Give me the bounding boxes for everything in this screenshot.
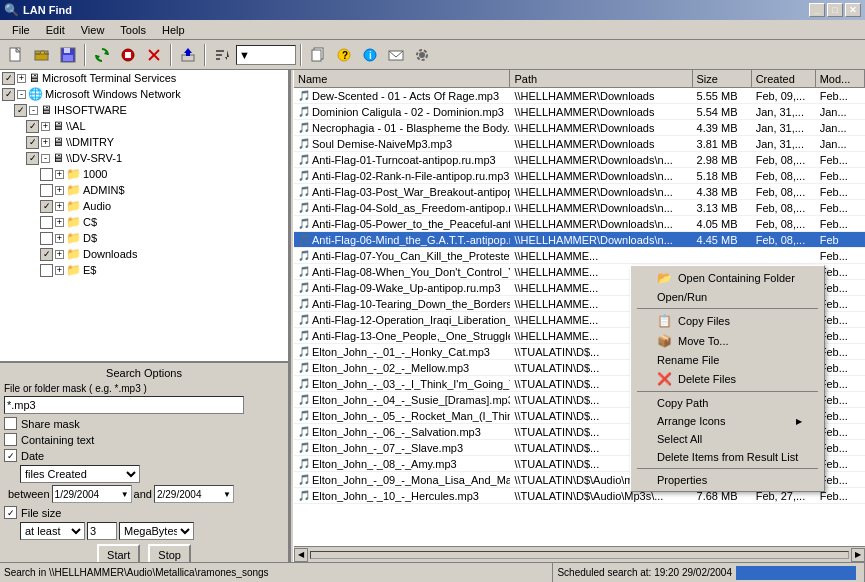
- tree-expand-ihs[interactable]: -: [29, 106, 38, 115]
- ctx-rename-file[interactable]: Rename File: [633, 351, 822, 369]
- menu-tools[interactable]: Tools: [112, 22, 154, 38]
- table-row[interactable]: 🎵Anti-Flag-05-Power_to_the_Peaceful-anti…: [294, 216, 865, 232]
- horizontal-scrollbar[interactable]: ◀ ▶: [294, 546, 865, 562]
- tree-check-1000[interactable]: [40, 168, 53, 181]
- tree-item-1000[interactable]: + 📁 1000: [0, 166, 288, 182]
- ctx-select-all[interactable]: Select All: [633, 430, 822, 448]
- ctx-copy-path[interactable]: Copy Path: [633, 394, 822, 412]
- tree-check-admins[interactable]: [40, 184, 53, 197]
- ctx-delete-files[interactable]: ❌ Delete Files: [633, 369, 822, 389]
- tree-item-ds[interactable]: + 📁 D$: [0, 230, 288, 246]
- file-mask-input[interactable]: [4, 396, 244, 414]
- tree-check-audio[interactable]: [40, 200, 53, 213]
- tree-item-dvsrv[interactable]: - 🖥 \\DV-SRV-1: [0, 150, 288, 166]
- toolbar-email[interactable]: [384, 43, 408, 67]
- tree-expand-es[interactable]: +: [55, 266, 64, 275]
- share-mask-checkbox[interactable]: [4, 417, 17, 430]
- tree-check-downloads[interactable]: [40, 248, 53, 261]
- tree-expand-mwn[interactable]: -: [17, 90, 26, 99]
- ctx-properties[interactable]: Properties: [633, 471, 822, 489]
- table-row[interactable]: 🎵Anti-Flag-03-Post_War_Breakout-antipop.…: [294, 184, 865, 200]
- tree-area[interactable]: + 🖥 Microsoft Terminal Services - 🌐 Micr…: [0, 70, 288, 362]
- date-to[interactable]: 2/29/2004▼: [154, 485, 234, 503]
- tree-expand-audio[interactable]: +: [55, 202, 64, 211]
- minimize-button[interactable]: _: [809, 3, 825, 17]
- tree-check-al[interactable]: [26, 120, 39, 133]
- date-type-select[interactable]: files Created files Modified: [20, 465, 140, 483]
- close-button[interactable]: ✕: [845, 3, 861, 17]
- filesize-qualifier-select[interactable]: at least at most exactly: [20, 522, 85, 540]
- col-modified[interactable]: Mod...: [816, 70, 865, 87]
- tree-item-dmitry[interactable]: + 🖥 \\DMITRY: [0, 134, 288, 150]
- menu-help[interactable]: Help: [154, 22, 193, 38]
- tree-expand-ds[interactable]: +: [55, 234, 64, 243]
- menu-view[interactable]: View: [73, 22, 113, 38]
- tree-check-ihs[interactable]: [14, 104, 27, 117]
- tree-check-mwn[interactable]: [2, 88, 15, 101]
- toolbar-stop[interactable]: [116, 43, 140, 67]
- tree-item-mwn[interactable]: - 🌐 Microsoft Windows Network: [0, 86, 288, 102]
- table-row[interactable]: 🎵Anti-Flag-04-Sold_as_Freedom-antipop.ru…: [294, 200, 865, 216]
- tree-expand-1000[interactable]: +: [55, 170, 64, 179]
- filesize-unit-select[interactable]: MegaBytes KiloBytes Bytes: [119, 522, 194, 540]
- tree-item-audio[interactable]: + 📁 Audio: [0, 198, 288, 214]
- tree-item-al[interactable]: + 🖥 \\AL: [0, 118, 288, 134]
- maximize-button[interactable]: □: [827, 3, 843, 17]
- toolbar-export[interactable]: [176, 43, 200, 67]
- start-button[interactable]: Start: [97, 544, 140, 562]
- containing-text-checkbox[interactable]: [4, 433, 17, 446]
- ctx-copy-files[interactable]: 📋 Copy Files: [633, 311, 822, 331]
- toolbar-refresh[interactable]: [90, 43, 114, 67]
- table-row[interactable]: 🎵Dominion Caligula - 02 - Dominion.mp3 \…: [294, 104, 865, 120]
- table-row[interactable]: 🎵Dew-Scented - 01 - Acts Of Rage.mp3 \\H…: [294, 88, 865, 104]
- tree-expand-dmitry[interactable]: +: [41, 138, 50, 147]
- tree-item-es[interactable]: + 📁 E$: [0, 262, 288, 278]
- table-row[interactable]: 🎵Soul Demise-NaiveMp3.mp3 \\HELLHAMMER\D…: [294, 136, 865, 152]
- ctx-arrange-icons[interactable]: Arrange Icons ▶: [633, 412, 822, 430]
- tree-expand-al[interactable]: +: [41, 122, 50, 131]
- col-created[interactable]: Created: [752, 70, 816, 87]
- tree-check-dmitry[interactable]: [26, 136, 39, 149]
- tree-expand-cs[interactable]: +: [55, 218, 64, 227]
- toolbar-info[interactable]: i: [358, 43, 382, 67]
- table-row[interactable]: 🎵Anti-Flag-01-Turncoat-antipop.ru.mp3 \\…: [294, 152, 865, 168]
- toolbar-sort[interactable]: [210, 43, 234, 67]
- tree-item-downloads[interactable]: + 📁 Downloads: [0, 246, 288, 262]
- tree-check-es[interactable]: [40, 264, 53, 277]
- menu-file[interactable]: File: [4, 22, 38, 38]
- col-size[interactable]: Size: [693, 70, 752, 87]
- stop-button[interactable]: Stop: [148, 544, 191, 562]
- filesize-value-input[interactable]: [87, 522, 117, 540]
- tree-check-mts[interactable]: [2, 72, 15, 85]
- tree-check-ds[interactable]: [40, 232, 53, 245]
- tree-item-mts[interactable]: + 🖥 Microsoft Terminal Services: [0, 70, 288, 86]
- menu-edit[interactable]: Edit: [38, 22, 73, 38]
- ctx-open-run[interactable]: Open/Run: [633, 288, 822, 306]
- toolbar-sort-dropdown[interactable]: ▼: [236, 45, 296, 65]
- toolbar-delete[interactable]: [142, 43, 166, 67]
- date-checkbox[interactable]: [4, 449, 17, 462]
- col-path[interactable]: Path: [510, 70, 692, 87]
- tree-check-cs[interactable]: [40, 216, 53, 229]
- toolbar-copy[interactable]: [306, 43, 330, 67]
- tree-check-dvsrv[interactable]: [26, 152, 39, 165]
- tree-expand-dvsrv[interactable]: -: [41, 154, 50, 163]
- toolbar-open[interactable]: [30, 43, 54, 67]
- table-row[interactable]: 🎵Anti-Flag-02-Rank-n-File-antipop.ru.mp3…: [294, 168, 865, 184]
- ctx-open-containing-folder[interactable]: 📂 Open Containing Folder: [633, 268, 822, 288]
- table-row[interactable]: 🎵Anti-Flag-07-You_Can_Kill_the_Protester…: [294, 248, 865, 264]
- col-name[interactable]: Name: [294, 70, 510, 87]
- toolbar-help[interactable]: ?: [332, 43, 356, 67]
- toolbar-save[interactable]: [56, 43, 80, 67]
- ctx-delete-items[interactable]: Delete Items from Result List: [633, 448, 822, 466]
- toolbar-new[interactable]: [4, 43, 28, 67]
- tree-expand-admins[interactable]: +: [55, 186, 64, 195]
- table-row-selected[interactable]: 🎵Anti-Flag-06-Mind_the_G.A.T.T.-antipop.…: [294, 232, 865, 248]
- tree-expand-mts[interactable]: +: [17, 74, 26, 83]
- ctx-move-to[interactable]: 📦 Move To...: [633, 331, 822, 351]
- toolbar-settings[interactable]: [410, 43, 434, 67]
- table-row[interactable]: 🎵Necrophagia - 01 - Blaspheme the Body..…: [294, 120, 865, 136]
- date-from[interactable]: 1/29/2004▼: [52, 485, 132, 503]
- tree-item-cs[interactable]: + 📁 C$: [0, 214, 288, 230]
- tree-item-ihs[interactable]: - 🖥 IHSOFTWARE: [0, 102, 288, 118]
